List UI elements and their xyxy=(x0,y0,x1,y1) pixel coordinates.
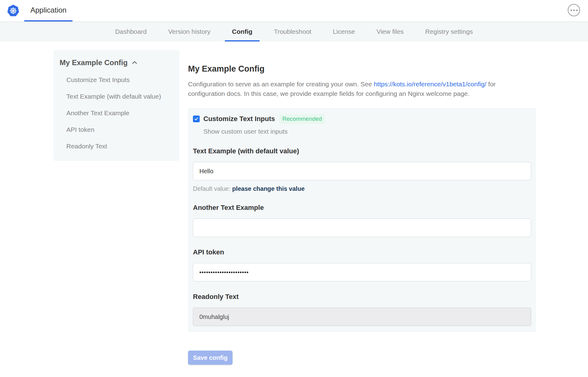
ellipsis-icon xyxy=(576,10,578,11)
sidebar-item-text-example[interactable]: Text Example (with default value) xyxy=(60,93,171,100)
tab-version-history[interactable]: Version history xyxy=(157,22,221,41)
field-label: API token xyxy=(193,248,531,256)
tab-config[interactable]: Config xyxy=(221,22,263,41)
field-readonly-text: Readonly Text xyxy=(193,293,531,326)
tab-license[interactable]: License xyxy=(322,22,366,41)
kubernetes-logo xyxy=(7,4,20,17)
app-header: Application xyxy=(0,0,588,22)
ellipsis-icon xyxy=(570,10,572,11)
app-nav: Dashboard Version history Config Trouble… xyxy=(0,22,588,41)
field-label: Readonly Text xyxy=(193,293,531,301)
another-text-example-input[interactable] xyxy=(193,218,531,237)
config-main: My Example Config Configuration to serve… xyxy=(188,50,536,365)
default-value-helper: Default value: please change this value xyxy=(193,185,531,192)
field-text-example: Text Example (with default value) Defaul… xyxy=(193,147,531,192)
checkmark-icon xyxy=(194,117,198,121)
checkbox-help-text: Show custom user text inputs xyxy=(203,128,531,135)
field-api-token: API token xyxy=(193,248,531,281)
sidebar-item-readonly-text[interactable]: Readonly Text xyxy=(60,143,171,150)
tab-dashboard[interactable]: Dashboard xyxy=(104,22,158,41)
customize-text-inputs-row: Customize Text Inputs Recommended xyxy=(193,114,531,124)
tab-view-files[interactable]: View files xyxy=(366,22,414,41)
app-title-tab[interactable]: Application xyxy=(24,0,73,22)
sidebar-item-another-text-example[interactable]: Another Text Example xyxy=(60,109,171,117)
content-area: My Example Config Customize Text Inputs … xyxy=(0,41,588,365)
sidebar-item-list: Customize Text Inputs Text Example (with… xyxy=(60,76,171,150)
ellipsis-menu-button[interactable] xyxy=(568,4,580,16)
config-sidebar: My Example Config Customize Text Inputs … xyxy=(53,50,179,161)
config-description: Configuration to serve as an example for… xyxy=(188,79,520,98)
recommended-badge: Recommended xyxy=(279,114,325,124)
tab-registry-settings[interactable]: Registry settings xyxy=(414,22,484,41)
sidebar-item-api-token[interactable]: API token xyxy=(60,126,171,133)
customize-text-inputs-label[interactable]: Customize Text Inputs xyxy=(203,115,275,123)
description-text: Configuration to serve as an example for… xyxy=(188,81,374,88)
sidebar-group-title: My Example Config xyxy=(60,58,127,67)
helper-value: please change this value xyxy=(232,185,305,192)
customize-text-inputs-checkbox[interactable] xyxy=(193,116,200,122)
helper-prefix: Default value: xyxy=(193,185,232,192)
sidebar-group-toggle[interactable]: My Example Config xyxy=(60,58,171,67)
tab-troubleshoot[interactable]: Troubleshoot xyxy=(263,22,322,41)
page-title: My Example Config xyxy=(188,64,536,74)
field-another-text-example: Another Text Example xyxy=(193,204,531,237)
app-title: Application xyxy=(30,6,66,14)
config-docs-link[interactable]: https://kots.io/reference/v1beta1/config… xyxy=(374,81,487,88)
text-example-input[interactable] xyxy=(193,162,531,180)
field-label: Another Text Example xyxy=(193,204,531,212)
readonly-text-input xyxy=(193,308,531,326)
sidebar-item-customize-text-inputs[interactable]: Customize Text Inputs xyxy=(60,76,171,84)
ellipsis-icon xyxy=(573,10,575,11)
config-group-card: Customize Text Inputs Recommended Show c… xyxy=(188,108,536,332)
api-token-input[interactable] xyxy=(193,263,531,281)
chevron-up-icon xyxy=(131,59,138,66)
save-config-button[interactable]: Save config xyxy=(188,351,233,365)
field-label: Text Example (with default value) xyxy=(193,147,531,155)
